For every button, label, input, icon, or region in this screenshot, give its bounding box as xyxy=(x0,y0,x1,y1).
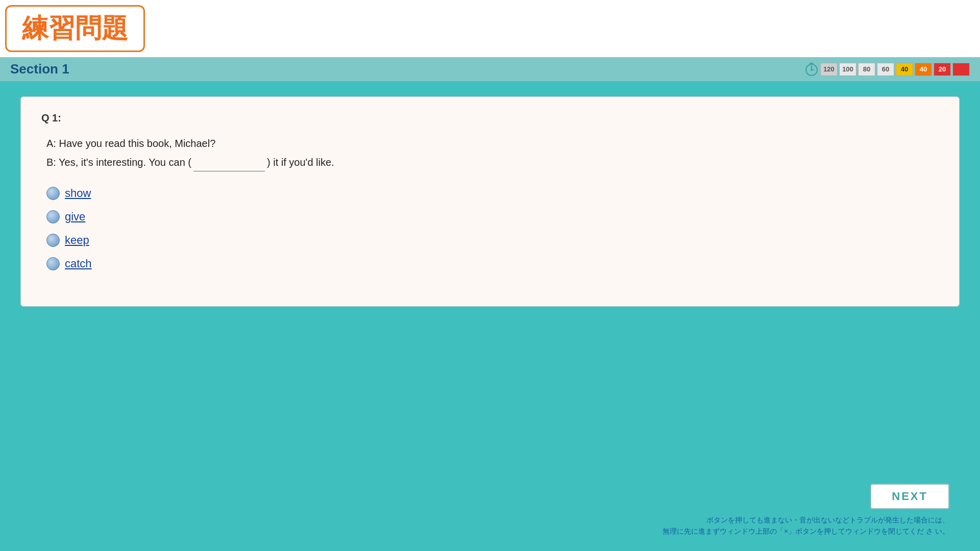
option-show[interactable]: show xyxy=(41,187,939,200)
radio-keep[interactable] xyxy=(46,234,60,247)
option-give-label: give xyxy=(65,210,85,223)
title-box: 練習問題 xyxy=(5,5,145,52)
timer-20: 20 xyxy=(934,63,951,76)
question-line1: A: Have you read this book, Michael? xyxy=(46,134,939,153)
option-show-label: show xyxy=(65,187,91,200)
option-give[interactable]: give xyxy=(41,210,939,223)
timer-100: 100 xyxy=(839,63,856,76)
question-number: Q 1: xyxy=(41,112,939,124)
question-line2: B: Yes, it's interesting. You can ( ) it… xyxy=(46,153,939,171)
timer-80: 80 xyxy=(858,63,875,76)
next-button[interactable]: NEXT xyxy=(870,484,949,509)
footer: NEXT ボタンを押しても進まない・音が出ないなどトラブルが発生した場合には、 … xyxy=(0,469,980,551)
timer-active xyxy=(952,63,970,76)
question-card: Q 1: A: Have you read this book, Michael… xyxy=(20,96,960,307)
timer-40b: 40 xyxy=(915,63,932,76)
option-keep-label: keep xyxy=(65,234,89,247)
radio-catch[interactable] xyxy=(46,257,60,270)
content-area: Q 1: A: Have you read this book, Michael… xyxy=(0,81,980,322)
timer-area: 120 100 80 60 40 40 20 xyxy=(804,62,970,77)
radio-give[interactable] xyxy=(46,210,60,223)
option-catch-label: catch xyxy=(65,257,92,270)
question-text: A: Have you read this book, Michael? B: … xyxy=(41,134,939,171)
question-line2-before: B: Yes, it's interesting. You can ( xyxy=(46,157,191,168)
section-bar: Section 1 120 100 80 60 40 40 20 xyxy=(0,57,980,81)
main-title: 練習問題 xyxy=(22,13,128,43)
option-catch[interactable]: catch xyxy=(41,257,939,270)
footer-note-line1: ボタンを押しても進まない・音が出ないなどトラブルが発生した場合には、 xyxy=(663,514,949,525)
question-line2-after: ) it if you'd like. xyxy=(267,157,334,168)
timer-60: 60 xyxy=(877,63,894,76)
answer-blank xyxy=(193,153,265,171)
footer-note: ボタンを押しても進まない・音が出ないなどトラブルが発生した場合には、 無理に先に… xyxy=(663,514,949,537)
timer-120: 120 xyxy=(820,63,838,76)
option-keep[interactable]: keep xyxy=(41,234,939,247)
footer-note-line2: 無理に先に進まずウィンドウ上部の「×」ボタンを押してウィンドウを閉じてくだ さ … xyxy=(663,525,949,537)
header-top: 練習問題 xyxy=(0,0,980,57)
timer-40: 40 xyxy=(896,63,913,76)
timer-icon xyxy=(804,62,819,77)
radio-show[interactable] xyxy=(46,187,60,200)
section-title: Section 1 xyxy=(10,61,69,77)
